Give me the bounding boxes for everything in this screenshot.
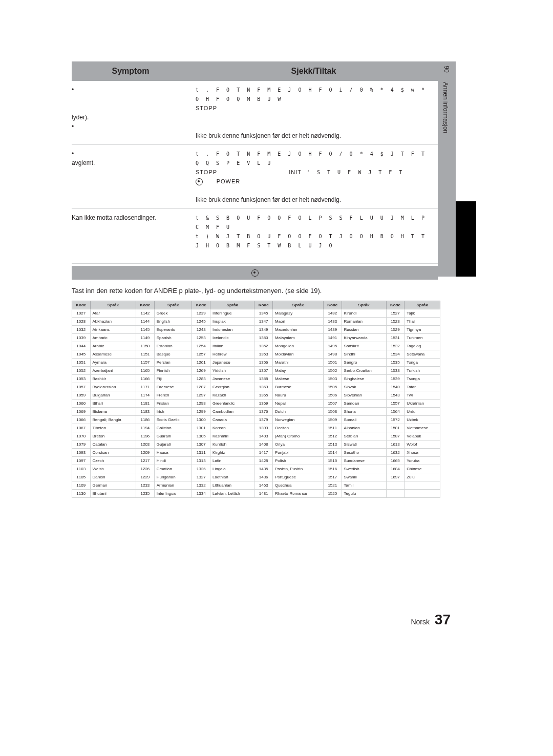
code-cell: 1103	[72, 465, 91, 473]
hdr-code: Kode	[192, 301, 210, 309]
code-cell: 1508	[324, 407, 342, 415]
lang-cell: Oriya	[272, 440, 323, 448]
lang-cell: Punjabi	[272, 448, 323, 456]
table-row: 1028Abkhazian1144English1245Inupiak1347M…	[72, 317, 440, 325]
lang-cell: Polish	[272, 456, 323, 465]
code-cell: 1491	[324, 333, 342, 342]
code-cell: 1233	[136, 481, 155, 489]
code-cell: 1045	[72, 350, 91, 358]
lang-cell: Esperanto	[154, 325, 192, 333]
lang-cell: Catalan	[90, 440, 136, 448]
lang-cell: Vietnamese	[405, 424, 440, 432]
code-cell: 1044	[72, 342, 91, 350]
hdr-lang: Språk	[90, 301, 136, 309]
lang-cell: Somali	[342, 415, 386, 424]
code-cell: 1538	[386, 366, 405, 374]
table-row: 1051Aymara1157Persian1261Japanese1356Mar…	[72, 358, 440, 366]
lang-cell: Twi	[405, 391, 440, 399]
lang-cell: Moldavian	[272, 350, 323, 358]
code-cell: 1257	[192, 350, 210, 358]
code-cell: 1067	[72, 424, 91, 432]
code-cell: 1347	[254, 317, 273, 325]
init-label: INIT	[289, 169, 302, 175]
lang-cell: Lithuanian	[210, 481, 254, 489]
note-icon	[251, 269, 259, 277]
code-cell: 1352	[254, 342, 273, 350]
code-cell: 1060	[72, 399, 91, 407]
lang-cell: Tamil	[342, 481, 386, 489]
lang-cell: Mongolian	[272, 342, 323, 350]
table-row: 1060Bihari1181Frisian1298Greenlandic1369…	[72, 399, 440, 407]
code-cell: 1039	[72, 333, 91, 342]
lang-cell: Sanskrit	[342, 342, 386, 350]
table-row: 1045Assamese1151Basque1257Hebrew1353Mold…	[72, 350, 440, 358]
code-cell: 1283	[192, 374, 210, 383]
code-cell: 1297	[192, 391, 210, 399]
code-cell: 1501	[324, 358, 342, 366]
lang-cell: Tatar	[405, 383, 440, 391]
code-cell: 1052	[72, 366, 91, 374]
black-box	[456, 201, 476, 277]
code-cell: 1697	[386, 473, 405, 481]
lang-cell: Chinese	[405, 465, 440, 473]
code-cell: 1053	[72, 374, 91, 383]
lang-cell: Italian	[210, 342, 254, 350]
code-cell: 1511	[324, 424, 342, 432]
lang-cell: Interlingue	[210, 309, 254, 317]
lang-cell: Bihari	[90, 399, 136, 407]
lang-cell: German	[90, 481, 136, 489]
symptom-text: avglemt.	[72, 159, 95, 166]
hdr-code: Kode	[254, 301, 273, 309]
code-cell: 1032	[72, 325, 91, 333]
lang-cell: Guarani	[154, 432, 192, 440]
code-cell: 1525	[324, 489, 342, 497]
lang-cell: Afar	[90, 309, 136, 317]
hdr-code: Kode	[136, 301, 155, 309]
lang-cell: Slovak	[342, 383, 386, 391]
code-cell: 1509	[324, 415, 342, 424]
code-cell: 1349	[254, 325, 273, 333]
lang-cell: Portuguese	[272, 473, 323, 481]
lang-cell: Korean	[210, 424, 254, 432]
code-cell: 1066	[72, 415, 91, 424]
code-cell: 1357	[254, 366, 273, 374]
code-cell: 1532	[386, 342, 405, 350]
lang-cell: Bengali; Bangla	[90, 415, 136, 424]
page-footer: Norsk 37	[411, 612, 451, 628]
code-cell: 1393	[254, 424, 273, 432]
code-cell: 1564	[386, 407, 405, 415]
code-cell: 1428	[254, 456, 273, 465]
lang-cell: Turkmen	[405, 333, 440, 342]
table-row: 1053Bashkir1166Fiji1283Javanese1358Malte…	[72, 374, 440, 383]
lang-cell: Finnish	[154, 366, 192, 374]
lang-cell: Sesotho	[342, 448, 386, 456]
note-heading	[72, 266, 438, 280]
lang-cell: Pashto, Pushto	[272, 465, 323, 473]
lang-cell: Byelorussian	[90, 383, 136, 391]
code-cell: 1245	[192, 317, 210, 325]
trouble-header: Symptom Sjekk/Tiltak	[72, 61, 438, 81]
garbled-text: ' S T U F W J T F T	[307, 170, 404, 175]
lang-cell: Interlingua	[154, 489, 192, 497]
lang-cell: Afrikaans	[90, 325, 136, 333]
lang-cell: Canada	[210, 415, 254, 424]
lang-cell: Maori	[272, 317, 323, 325]
lang-cell: Nauru	[272, 391, 323, 399]
code-cell: 1254	[192, 342, 210, 350]
lang-cell: Quechua	[272, 481, 323, 489]
lang-cell: Croatian	[154, 465, 192, 473]
code-cell: 1665	[386, 456, 405, 465]
garbled-text: t ) W J T B O U F O O F O T J O O H B O …	[196, 234, 427, 248]
lang-cell: Gujarati	[154, 440, 192, 448]
lang-header-row: KodeSpråk KodeSpråk KodeSpråk KodeSpråk …	[72, 301, 440, 309]
code-cell: 1261	[192, 358, 210, 366]
code-cell: 1539	[386, 374, 405, 383]
code-cell: 1051	[72, 358, 91, 366]
code-cell: 1171	[136, 383, 155, 391]
code-cell: 1313	[192, 456, 210, 465]
lang-cell: Thai	[405, 317, 440, 325]
power-icon	[196, 178, 203, 185]
lang-cell: French	[154, 391, 192, 399]
lang-cell: Russian	[342, 325, 386, 333]
garbled-text: t . F O T N F M E J O H F O / 0 * 4 $ J …	[196, 151, 427, 166]
